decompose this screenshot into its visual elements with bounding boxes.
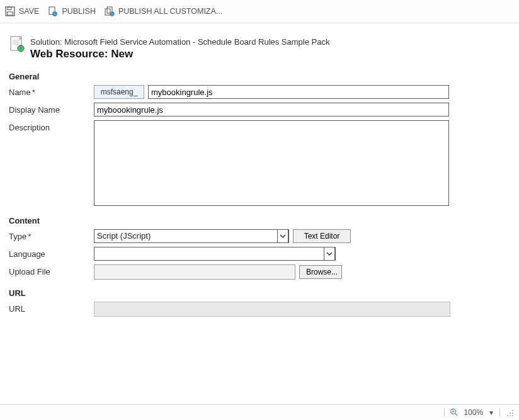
publish-all-button[interactable]: PUBLISH ALL CUSTOMIZA... (105, 6, 222, 16)
svg-point-4 (53, 12, 57, 16)
publish-icon (48, 6, 58, 16)
svg-point-23 (512, 415, 513, 416)
svg-line-15 (455, 414, 458, 416)
zoom-icon[interactable] (450, 408, 459, 417)
type-select-value: Script (JScript) (97, 231, 151, 241)
status-bar: 100% ▼ (0, 404, 519, 420)
section-general-heading: General (9, 72, 510, 81)
browse-button[interactable]: Browse... (299, 265, 342, 279)
publish-all-icon (105, 6, 115, 16)
svg-point-18 (512, 410, 513, 411)
required-marker: * (28, 232, 31, 241)
save-label: SAVE (19, 7, 39, 16)
divider (499, 408, 500, 417)
command-bar: SAVE PUBLISH PUBLISH ALL CUSTOMIZA... (0, 0, 519, 23)
text-editor-button[interactable]: Text Editor (293, 229, 351, 243)
save-button[interactable]: SAVE (5, 6, 39, 16)
svg-point-22 (510, 415, 511, 416)
page-header: Solution: Microsoft Field Service Automa… (0, 23, 519, 64)
upload-file-label: Upload File (9, 264, 94, 276)
publish-button[interactable]: PUBLISH (48, 6, 96, 16)
svg-point-21 (507, 415, 508, 416)
svg-point-19 (510, 412, 511, 414)
type-label: Type* (9, 229, 94, 241)
svg-point-20 (512, 412, 513, 414)
zoom-level[interactable]: 100% (464, 408, 483, 417)
name-label: Name* (9, 85, 94, 97)
language-label: Language (9, 247, 94, 259)
language-select[interactable] (94, 247, 336, 261)
upload-file-path (94, 264, 295, 280)
description-label: Description (9, 120, 94, 132)
name-prefix: msfsaeng_ (94, 85, 144, 99)
name-input[interactable] (148, 85, 449, 99)
svg-rect-1 (8, 8, 11, 10)
section-url: URL (0, 302, 519, 317)
section-general: Name* msfsaeng_ Display Name Description (0, 85, 519, 206)
svg-point-7 (110, 12, 114, 16)
solution-breadcrumb: Solution: Microsoft Field Service Automa… (30, 37, 329, 47)
required-marker: * (32, 88, 35, 97)
zoom-dropdown[interactable]: ▼ (488, 409, 494, 416)
display-name-input[interactable] (94, 103, 449, 116)
svg-rect-5 (105, 9, 110, 15)
section-url-heading: URL (9, 288, 510, 298)
display-name-label: Display Name (9, 103, 94, 115)
section-content-heading: Content (9, 216, 510, 225)
chevron-down-icon (324, 247, 335, 261)
url-value (94, 302, 450, 317)
section-content: Type* Script (JScript) Text Editor Langu… (0, 229, 519, 280)
resize-grip-icon[interactable] (505, 408, 514, 417)
publish-label: PUBLISH (62, 7, 96, 16)
publish-all-label: PUBLISH ALL CUSTOMIZA... (118, 7, 222, 16)
url-label: URL (9, 302, 94, 314)
page-title: Web Resource: New (30, 48, 329, 60)
type-select[interactable]: Script (JScript) (94, 229, 289, 243)
chevron-down-icon (277, 229, 288, 243)
description-input[interactable] (94, 120, 449, 206)
svg-rect-2 (8, 12, 13, 15)
save-icon (5, 6, 15, 16)
web-resource-icon (9, 36, 25, 52)
divider (444, 408, 445, 417)
